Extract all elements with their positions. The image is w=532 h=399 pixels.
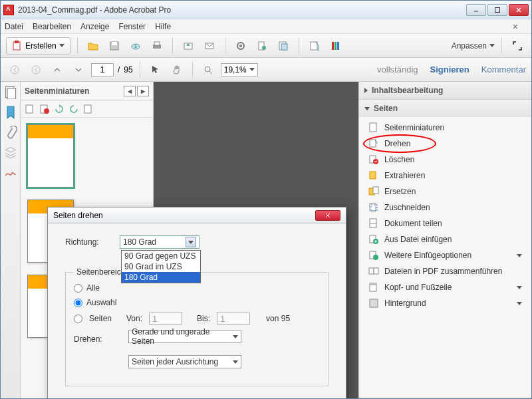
zoom-button[interactable] xyxy=(200,61,217,78)
attachment-icon[interactable] xyxy=(4,126,17,139)
menu-datei[interactable]: Datei xyxy=(5,22,23,31)
rp-extrahieren[interactable]: Extrahieren xyxy=(359,168,531,184)
dropdown-option[interactable]: 90 Grad gegen UZS xyxy=(122,251,200,261)
rp-hintergrund[interactable]: Hintergrund xyxy=(359,295,531,311)
thumb-rotate2-icon[interactable] xyxy=(68,104,79,114)
svg-point-47 xyxy=(373,255,378,260)
signature-icon[interactable] xyxy=(4,166,17,179)
dropdown-icon xyxy=(489,44,495,47)
fullscreen-button[interactable] xyxy=(509,37,526,55)
section-seiten[interactable]: Seiten xyxy=(359,100,531,117)
svg-rect-34 xyxy=(370,140,376,147)
page-down-button[interactable] xyxy=(70,61,87,78)
thumb-delete-icon[interactable] xyxy=(39,104,50,114)
richtung-combo[interactable]: 180 Grad xyxy=(120,235,200,249)
svg-rect-32 xyxy=(84,105,91,113)
panel-prev-button[interactable]: ◂ xyxy=(124,86,136,96)
dropdown-icon xyxy=(59,44,65,47)
thumb-rotate-icon[interactable] xyxy=(54,104,65,114)
page-number-input[interactable] xyxy=(91,63,114,76)
hand-tool-button[interactable] xyxy=(168,61,186,78)
seitenbereich-legend: Seitenbereich xyxy=(74,267,128,277)
rp-loeschen[interactable]: Löschen xyxy=(359,152,531,168)
print-button[interactable] xyxy=(148,37,166,55)
minimize-button[interactable] xyxy=(466,4,486,16)
rp-zuschneiden[interactable]: Zuschneiden xyxy=(359,200,531,215)
rp-dokument-teilen[interactable]: Dokument teilen xyxy=(359,215,531,231)
tool3-button[interactable] xyxy=(275,37,292,55)
share-button[interactable] xyxy=(180,37,197,55)
svg-rect-28 xyxy=(7,88,16,99)
menubar-close-icon[interactable]: × xyxy=(513,21,518,32)
dialog-close-button[interactable] xyxy=(315,210,340,221)
svg-rect-49 xyxy=(374,268,378,274)
svg-rect-18 xyxy=(281,44,287,50)
zoom-select[interactable]: 19,1% xyxy=(221,63,258,76)
svg-rect-1 xyxy=(495,7,500,12)
rp-weitere-optionen[interactable]: Weitere Einfügeoptionen xyxy=(359,247,531,263)
svg-rect-29 xyxy=(26,105,33,113)
dropdown-option-selected[interactable]: 180 Grad xyxy=(122,272,200,283)
layers-icon[interactable] xyxy=(4,146,17,159)
cloud-button[interactable] xyxy=(127,37,144,55)
tool4-button[interactable] xyxy=(306,37,323,55)
svg-rect-37 xyxy=(370,172,376,179)
tool2-button[interactable] xyxy=(253,37,271,55)
menu-fenster[interactable]: Fenster xyxy=(118,22,146,31)
menubar: Datei Bearbeiten Anzeige Fenster Hilfe × xyxy=(1,19,531,34)
rp-ersetzen[interactable]: Ersetzen xyxy=(359,184,531,200)
panel-next-button[interactable]: ▸ xyxy=(137,86,149,96)
page-thumbnail[interactable] xyxy=(27,124,74,188)
page-up-button[interactable] xyxy=(49,61,66,78)
customize-button[interactable]: Anpassen xyxy=(452,41,495,51)
acrobat-icon xyxy=(3,5,14,15)
rp-seitenminiaturen[interactable]: Seitenminiaturen xyxy=(359,120,531,136)
bookmark-icon[interactable] xyxy=(4,106,17,119)
svg-point-23 xyxy=(11,66,19,74)
drehen-combo2[interactable]: Seiten jeder Ausrichtung xyxy=(128,355,241,368)
save-button[interactable] xyxy=(106,37,123,55)
radio-alle[interactable] xyxy=(74,284,82,293)
close-button[interactable] xyxy=(509,4,529,16)
drehen-combo1[interactable]: Gerade und ungerade Seiten xyxy=(128,330,241,343)
radio-auswahl[interactable] xyxy=(74,299,82,307)
create-button[interactable]: Erstellen xyxy=(6,37,70,55)
svg-rect-7 xyxy=(112,42,117,45)
rp-zusammenfuehren[interactable]: Dateien in PDF zusammenführen xyxy=(359,263,531,279)
color-button[interactable] xyxy=(327,37,344,55)
rp-kopf-fuss[interactable]: Kopf- und Fußzeile xyxy=(359,279,531,295)
prev-page-button[interactable] xyxy=(27,61,45,78)
thumb-extract-icon[interactable] xyxy=(83,104,94,114)
rotate-pages-dialog: Seiten drehen Richtung: 180 Grad 90 Grad… xyxy=(47,207,346,398)
bis-input[interactable] xyxy=(217,313,250,325)
rp-drehen[interactable]: Drehen xyxy=(359,136,531,152)
gear-button[interactable] xyxy=(232,37,249,55)
von-input[interactable] xyxy=(149,313,182,325)
drehen-label: Drehen: xyxy=(74,334,123,344)
rp-aus-datei[interactable]: Aus Datei einfügen xyxy=(359,231,531,247)
open-button[interactable] xyxy=(84,37,102,55)
section-inhaltsbearbeitung[interactable]: Inhaltsbearbeitung xyxy=(359,82,531,99)
toolbar-nav: / 95 19,1% vollständig Signieren Komment… xyxy=(1,58,531,82)
thumbnails-icon[interactable] xyxy=(4,86,17,99)
link-vollstaendig[interactable]: vollständig xyxy=(377,65,418,74)
svg-point-14 xyxy=(239,45,242,47)
link-kommentar[interactable]: Kommentar xyxy=(481,65,526,74)
svg-rect-39 xyxy=(373,187,378,194)
create-label: Erstellen xyxy=(25,41,57,51)
thumb-tool-icon[interactable] xyxy=(25,104,35,114)
menu-bearbeiten[interactable]: Bearbeiten xyxy=(33,22,71,31)
thumbnails-tools xyxy=(21,100,153,118)
link-signieren[interactable]: Signieren xyxy=(430,65,469,74)
select-tool-button[interactable] xyxy=(147,61,164,78)
svg-point-16 xyxy=(262,46,266,50)
menu-anzeige[interactable]: Anzeige xyxy=(80,22,109,31)
tools-panel: Inhaltsbearbeitung Seiten Seitenminiatur… xyxy=(358,82,531,398)
radio-seiten[interactable] xyxy=(74,315,82,323)
dropdown-option[interactable]: 90 Grad im UZS xyxy=(122,261,200,272)
first-page-button[interactable] xyxy=(6,61,23,78)
email-button[interactable] xyxy=(201,37,218,55)
maximize-button[interactable] xyxy=(487,4,507,16)
menu-hilfe[interactable]: Hilfe xyxy=(155,22,171,31)
titlebar: 2013-04_Commag.pdf - Adobe Acrobat Pro xyxy=(1,1,531,19)
